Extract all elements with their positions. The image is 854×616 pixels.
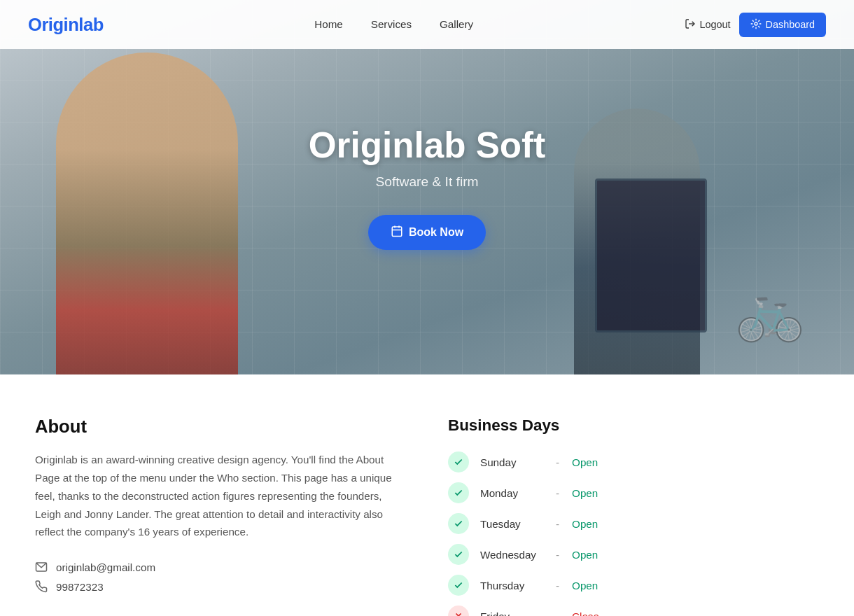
day-row: Thursday- Open [448, 575, 819, 596]
nav-links: Home Services Gallery [314, 18, 473, 31]
email-value: originlab@gmail.com [56, 561, 155, 573]
about-section: About Originlab is an award-winning crea… [7, 374, 847, 616]
day-separator: - [556, 487, 559, 499]
nav-actions: Logout Dashboard [685, 13, 826, 37]
day-name: Friday [480, 610, 543, 617]
dashboard-button[interactable]: Dashboard [739, 13, 826, 37]
day-separator: - [556, 549, 559, 561]
nav-home[interactable]: Home [314, 18, 343, 30]
book-now-button[interactable]: Book Now [368, 215, 486, 250]
day-name: Wednesday [480, 549, 543, 561]
business-days-panel: Business Days Sunday- OpenMonday- OpenTu… [448, 416, 819, 616]
day-name: Sunday [480, 456, 543, 468]
open-badge-icon [448, 451, 469, 472]
hero-subtitle: Software & It firm [309, 174, 545, 190]
day-status: Close [572, 610, 599, 617]
open-badge-icon [448, 544, 469, 565]
hero-section: 🚲 Originlab Soft Software & It firm Book… [0, 0, 854, 374]
hero-title: Originlab Soft [309, 125, 545, 166]
business-days-title: Business Days [448, 416, 819, 435]
day-status: Open [572, 518, 598, 530]
about-panel: About Originlab is an award-winning crea… [35, 416, 406, 616]
day-row: Tuesday- Open [448, 513, 819, 534]
hero-figure-left [56, 52, 238, 374]
days-list: Sunday- OpenMonday- OpenTuesday- OpenWed… [448, 451, 819, 616]
day-row: Monday- Open [448, 482, 819, 503]
day-separator: - [556, 518, 559, 530]
logout-icon [685, 18, 696, 31]
day-name: Tuesday [480, 518, 543, 530]
day-row: Sunday- Open [448, 451, 819, 472]
phone-value: 99872323 [56, 581, 104, 593]
svg-point-1 [755, 22, 757, 25]
day-status: Open [572, 580, 598, 592]
day-separator: - [556, 456, 559, 468]
nav-services[interactable]: Services [371, 18, 412, 30]
about-text: Originlab is an award-winning creative d… [35, 451, 406, 541]
day-status: Open [572, 487, 598, 499]
dashboard-icon [750, 18, 762, 31]
hero-content: Originlab Soft Software & It firm Book N… [309, 125, 545, 250]
hero-bike-icon: 🚲 [728, 262, 812, 360]
closed-badge-icon [448, 606, 469, 616]
about-title: About [35, 416, 406, 437]
site-logo[interactable]: Originlab [28, 15, 104, 35]
day-separator: - [556, 610, 559, 617]
day-name: Monday [480, 487, 543, 499]
hero-monitor [595, 178, 707, 332]
phone-icon [35, 580, 48, 593]
day-row: Wednesday- Open [448, 544, 819, 565]
day-separator: - [556, 580, 559, 592]
day-name: Thursday [480, 580, 543, 592]
phone-contact: 99872323 [35, 580, 406, 593]
open-badge-icon [448, 513, 469, 534]
svg-rect-2 [392, 227, 402, 237]
nav-gallery[interactable]: Gallery [440, 18, 473, 30]
open-badge-icon [448, 575, 469, 596]
navbar: Originlab Home Services Gallery Logout [0, 0, 854, 49]
calendar-icon [391, 225, 403, 240]
day-row: Friday- Close [448, 606, 819, 616]
email-contact: originlab@gmail.com [35, 561, 406, 573]
day-status: Open [572, 456, 598, 468]
day-status: Open [572, 549, 598, 561]
logout-button[interactable]: Logout [685, 18, 731, 31]
email-icon [35, 561, 48, 573]
open-badge-icon [448, 482, 469, 503]
